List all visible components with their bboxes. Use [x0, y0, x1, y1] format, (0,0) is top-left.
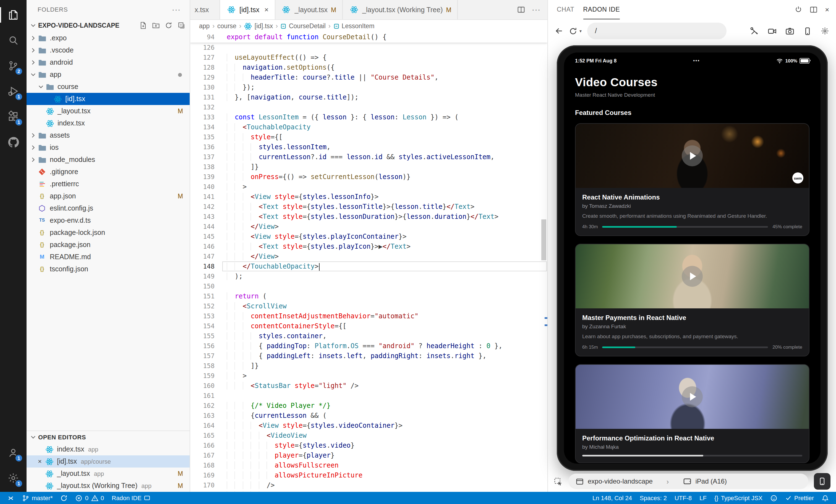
play-button-icon[interactable]	[682, 146, 703, 166]
screen-record-icon[interactable]	[767, 26, 777, 36]
course-card[interactable]: Master Payments in React Native by Zuzan…	[575, 244, 810, 356]
code-line[interactable]: 153 contentInsetAdjustmentBehavior="auto…	[190, 311, 547, 321]
git-branch-item[interactable]: master*	[18, 492, 57, 504]
eol-item[interactable]: LF	[696, 492, 710, 504]
device-rotate-icon[interactable]	[803, 26, 812, 36]
close-editor-icon[interactable]: ×	[35, 458, 44, 465]
code-line[interactable]: 150	[190, 281, 547, 291]
power-icon[interactable]	[795, 5, 802, 14]
code-line[interactable]: 132	[190, 102, 547, 112]
route-url-input[interactable]: /	[587, 23, 726, 39]
code-line[interactable]: 135 style={[	[190, 132, 547, 142]
editor-more-actions-icon[interactable]: ···	[532, 6, 541, 13]
open-editor-index.tsx[interactable]: index.tsxapp	[26, 443, 190, 455]
code-line[interactable]: 169 allowsPictureInPicture	[190, 470, 547, 480]
tree-item-.expo[interactable]: .expo	[26, 32, 190, 44]
code-line[interactable]: 161	[190, 391, 547, 401]
editor-tab-_layout.tsx[interactable]: _layout.tsxM	[275, 0, 343, 19]
panel-tab-CHAT[interactable]: CHAT	[557, 0, 574, 19]
open-editor-_layout.tsx (Working Tree)[interactable]: _layout.tsx (Working Tree)appM	[26, 480, 190, 492]
code-line[interactable]: 142 <Text style={styles.lessonTitle}>{le…	[190, 202, 547, 212]
new-file-icon[interactable]	[139, 22, 147, 29]
code-line[interactable]: 151 return (	[190, 291, 547, 301]
code-line[interactable]: 166 style={styles.video}	[190, 441, 547, 450]
tree-item-[id].tsx[interactable]: [id].tsx	[26, 93, 190, 105]
code-line[interactable]: 165 <VideoView	[190, 430, 547, 441]
activity-search-icon[interactable]	[0, 27, 26, 53]
code-line[interactable]: 144 </View>	[190, 221, 547, 232]
course-thumbnail[interactable]	[575, 365, 809, 429]
play-button-icon[interactable]	[682, 386, 703, 407]
refresh-explorer-icon[interactable]	[165, 22, 172, 29]
breadcrumb-[id].tsx[interactable]: [id].tsx	[244, 22, 273, 30]
indentation-item[interactable]: Spaces: 2	[636, 492, 671, 504]
tree-item-.vscode[interactable]: .vscode	[26, 44, 190, 56]
breadcrumb-CourseDetail[interactable]: CourseDetail	[281, 23, 326, 29]
problems-item[interactable]: 0 0	[72, 492, 108, 504]
code-editor[interactable]: 94export default function CourseDetail()…	[190, 32, 547, 492]
code-line[interactable]: 133 const LessonItem = ({ lesson }: { le…	[190, 112, 547, 122]
code-line[interactable]: 129 headerTitle: course?.title || "Cours…	[190, 72, 547, 82]
code-line[interactable]: 157 { paddingLeft: insets.left, paddingR…	[190, 351, 547, 361]
tree-item-app.json[interactable]: {}app.jsonM	[26, 190, 190, 202]
code-line[interactable]: 140 >	[190, 182, 547, 192]
reload-icon[interactable]	[569, 27, 577, 35]
course-card[interactable]: Performance Optimization in React Native…	[575, 364, 810, 463]
manage-devices-button[interactable]	[814, 473, 831, 490]
code-line[interactable]: 128 navigation.setOptions({	[190, 62, 547, 72]
screenshot-icon[interactable]	[785, 26, 795, 36]
course-card[interactable]: swm React Native Animations by Tomasz Za…	[575, 123, 810, 236]
tree-item-node_modules[interactable]: node_modules	[26, 154, 190, 166]
project-root-row[interactable]: EXPO-VIDEO-LANDSCAPE	[26, 19, 190, 32]
cursor-position-item[interactable]: Ln 148, Col 24	[589, 492, 636, 504]
tree-item-tsconfig.json[interactable]: {}tsconfig.json	[26, 263, 190, 275]
tree-item-package-lock.json[interactable]: {}package-lock.json	[26, 227, 190, 239]
code-line[interactable]: 137 currentLesson?.id === lesson.id && s…	[190, 152, 547, 162]
code-line[interactable]: 168 allowsFullscreen	[190, 460, 547, 470]
code-line[interactable]: 162 {/* Video Player */}	[190, 401, 547, 411]
split-editor-icon[interactable]	[810, 5, 818, 14]
open-editors-header[interactable]: OPEN EDITORS	[26, 431, 190, 443]
tree-item-.gitignore[interactable]: .gitignore	[26, 166, 190, 178]
settings-gear-icon[interactable]	[820, 26, 829, 35]
code-line[interactable]: 136 styles.lessonItem,	[190, 142, 547, 152]
tree-item-android[interactable]: android	[26, 56, 190, 69]
editor-tab-x.tsx[interactable]: x.tsx	[190, 0, 220, 19]
activity-source-control-icon[interactable]: 2	[0, 53, 26, 78]
project-device-selector[interactable]: expo-video-landscape › iPad (A16)	[568, 473, 809, 489]
panel-tab-RADON IDE[interactable]: RADON IDE	[583, 0, 620, 19]
play-button-icon[interactable]	[682, 266, 703, 287]
course-thumbnail[interactable]	[575, 244, 809, 308]
breadcrumb-LessonItem[interactable]: LessonItem	[334, 23, 375, 29]
tree-item-_layout.tsx[interactable]: _layout.tsxM	[26, 105, 190, 117]
editor-scrollbar[interactable]	[541, 219, 546, 260]
code-line[interactable]: 154 contentContainerStyle={[	[190, 321, 547, 331]
code-line[interactable]: 143 <Text style={styles.lessonDuration}>…	[190, 212, 547, 221]
code-line[interactable]: 152 <ScrollView	[190, 301, 547, 311]
activity-github-icon[interactable]	[0, 129, 26, 155]
code-line[interactable]: 126	[190, 42, 547, 53]
code-line[interactable]: 138 ]}	[190, 162, 547, 172]
code-line[interactable]: 163 {currentLesson && (	[190, 411, 547, 421]
code-line[interactable]: 141 <View style={styles.lessonInfo}>	[190, 192, 547, 202]
tree-item-course[interactable]: course	[26, 81, 190, 93]
code-line[interactable]: 147 </View>	[190, 251, 547, 261]
tree-item-eslint.config.js[interactable]: eslint.config.js	[26, 202, 190, 214]
tree-item-index.tsx[interactable]: index.tsx	[26, 117, 190, 129]
tree-item-package.json[interactable]: {}package.json	[26, 239, 190, 251]
close-panel-icon[interactable]: ×	[825, 5, 829, 14]
code-line[interactable]: 148 </TouchableOpacity>	[190, 261, 547, 271]
code-line[interactable]: 131 }, [navigation, course.title]);	[190, 92, 547, 102]
tree-item-assets[interactable]: assets	[26, 129, 190, 141]
activity-account-icon[interactable]: 1	[0, 440, 26, 465]
code-line[interactable]: 145 <View style={styles.playIconContaine…	[190, 232, 547, 241]
activity-explorer-icon[interactable]	[0, 2, 26, 27]
open-editor-[id].tsx[interactable]: ×[id].tsxapp/course	[26, 455, 190, 467]
sticky-scroll-line[interactable]: 94export default function CourseDetail()…	[190, 32, 547, 42]
radon-ide-item[interactable]: Radon IDE	[108, 492, 154, 504]
breadcrumb-course[interactable]: course	[217, 23, 236, 29]
code-line[interactable]: 159 >	[190, 371, 547, 381]
close-tab-icon[interactable]: ×	[264, 5, 268, 14]
code-line[interactable]: 94export default function CourseDetail()…	[190, 32, 547, 42]
tree-item-README.md[interactable]: MREADME.md	[26, 251, 190, 263]
